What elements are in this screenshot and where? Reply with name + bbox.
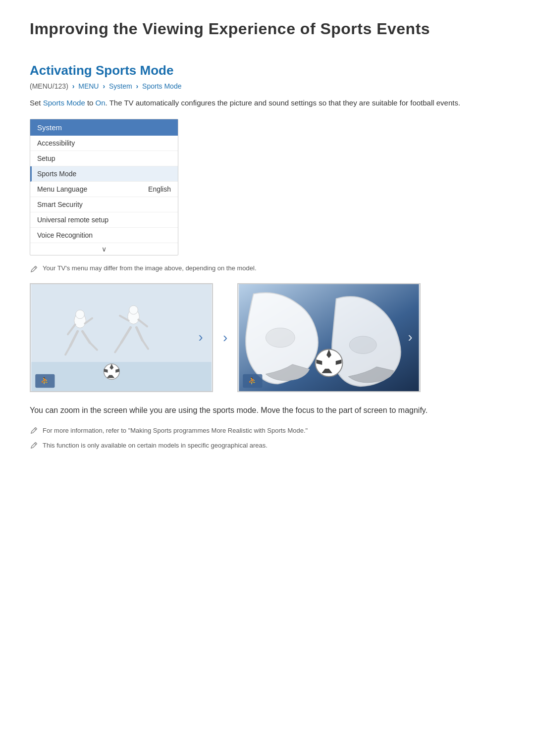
pencil-icon-2 (30, 441, 39, 450)
svg-text:⛹: ⛹ (41, 377, 50, 385)
breadcrumb-system: System (109, 82, 132, 90)
breadcrumb-menu-num: (MENU/123) (30, 82, 68, 90)
footer-note-2-text: This function is only available on certa… (43, 441, 268, 451)
menu-item-smart-security[interactable]: Smart Security (30, 197, 178, 212)
menu-item-menu-language[interactable]: Menu Language English (30, 182, 178, 197)
svg-point-24 (350, 336, 377, 353)
menu-chevron-down[interactable]: ∨ (30, 243, 178, 255)
images-row: ⛹ › › (30, 283, 505, 392)
menu-item-label: Voice Recognition (37, 231, 93, 239)
page-title: Improving the Viewing Experience of Spor… (30, 20, 505, 43)
tv-screenshot-2: ⛹ › (237, 283, 421, 392)
body-text: You can zoom in the screen while you are… (30, 404, 505, 417)
breadcrumb-sports-mode: Sports Mode (142, 82, 181, 90)
menu-item-accessibility[interactable]: Accessibility (30, 136, 178, 151)
menu-item-universal-remote[interactable]: Universal remote setup (30, 212, 178, 228)
menu-item-sports-mode[interactable]: Sports Mode (30, 166, 178, 182)
breadcrumb-menu: MENU (78, 82, 99, 90)
svg-rect-1 (31, 362, 211, 391)
menu-box-title: System (30, 119, 178, 136)
note-above-images: Your TV's menu may differ from the image… (30, 264, 505, 273)
pencil-icon-1 (30, 426, 39, 435)
menu-item-value: English (148, 185, 171, 193)
pencil-icon (30, 264, 39, 273)
menu-item-label: Setup (37, 154, 55, 162)
footer-note-1-text: For more information, refer to "Making S… (43, 426, 308, 436)
tv-screenshot-1: ⛹ › (30, 283, 213, 392)
menu-item-label: Menu Language (37, 185, 87, 193)
menu-item-label: Accessibility (37, 139, 75, 147)
svg-text:›: › (408, 329, 413, 345)
footer-notes: For more information, refer to "Making S… (30, 426, 505, 450)
svg-point-11 (129, 305, 138, 314)
svg-text:›: › (198, 329, 203, 345)
menu-item-label: Smart Security (37, 201, 83, 208)
image-nav-arrow[interactable]: › (223, 330, 227, 346)
description: Set Sports Mode to On. The TV automatica… (30, 97, 505, 109)
svg-point-23 (266, 328, 295, 347)
desc-highlight-sports-mode: Sports Mode (43, 99, 85, 107)
section-title: Activating Sports Mode (30, 63, 505, 78)
menu-item-label: Sports Mode (37, 170, 76, 178)
menu-box: System Accessibility Setup Sports Mode M… (30, 119, 178, 255)
note-text: Your TV's menu may differ from the image… (43, 264, 257, 272)
footer-note-1: For more information, refer to "Making S… (30, 426, 505, 436)
svg-text:⛹: ⛹ (249, 377, 258, 385)
menu-item-setup[interactable]: Setup (30, 151, 178, 166)
breadcrumb: (MENU/123) › MENU › System › Sports Mode (30, 82, 505, 90)
desc-highlight-on: On (96, 99, 106, 107)
menu-item-label: Universal remote setup (37, 216, 108, 224)
menu-item-voice-recognition[interactable]: Voice Recognition (30, 228, 178, 243)
svg-point-3 (76, 310, 85, 319)
footer-note-2: This function is only available on certa… (30, 441, 505, 451)
